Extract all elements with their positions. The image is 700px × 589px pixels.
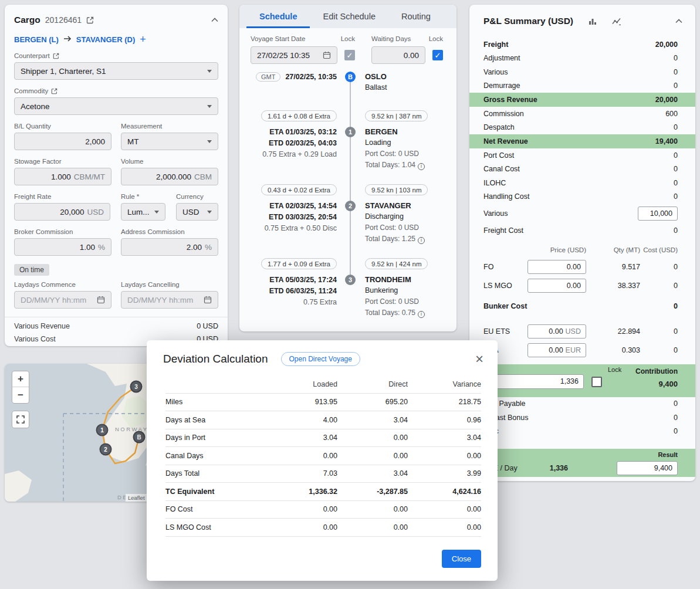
table-row: Days in Port3.040.003.04 (165, 429, 481, 448)
load-port-link[interactable]: BERGEN (L) (14, 35, 59, 44)
stowage-factor-input[interactable]: 1.000 CBM/MT (14, 168, 111, 185)
timeline-leg-row: 1.77 d + 0.09 d Extra 9.52 kn | 424 nm (249, 258, 447, 269)
calendar-icon[interactable] (97, 296, 105, 304)
pnl-row: Freight20,000 (469, 38, 695, 52)
waiting-days-lock-label: Lock (429, 35, 443, 44)
pnl-row: Demurrage0 (469, 79, 695, 93)
contribution-block: 1,336 Lock Contribution 9,400 (469, 364, 695, 397)
port-activity: Loading (365, 137, 447, 148)
broker-commission-input[interactable]: 1.00 % (14, 238, 111, 256)
svg-text:B: B (137, 434, 141, 441)
laydays-cancelling-placeholder: DD/MM/YY hh:mm (127, 296, 193, 304)
leg-duration-chip: 0.43 d + 0.02 d Extra (261, 184, 337, 195)
waiting-days-lock-checkbox[interactable]: ✓ (432, 50, 443, 60)
chevron-down-icon (154, 211, 159, 214)
timezone-chip[interactable]: GMT (256, 72, 280, 82)
contribution-lock-label: Lock (608, 366, 621, 373)
freight-rate-label: Freight Rate (14, 193, 51, 200)
bunker-cost-row: Bunker Cost 0 (469, 297, 695, 315)
result-input[interactable]: 9,400 (617, 461, 678, 475)
result-header: Result (483, 451, 678, 459)
voyage-start-lock-checkbox[interactable]: ✓ (344, 50, 355, 60)
open-cargo-icon[interactable] (86, 16, 94, 24)
table-row-tc-equivalent: TC Equivalent1,336.32-3,287.854,624.16 (165, 483, 481, 501)
counterpart-select[interactable]: Shipper 1, Charterer, S1 (14, 62, 218, 80)
pnl-row: Port Cost0 (469, 148, 695, 163)
contribution-lock-checkbox[interactable] (591, 377, 602, 387)
timeline-port-row: ETA 05/03/25, 17:24 ETD 06/03/25, 11:24 … (249, 275, 447, 319)
port-activity: Bunkering (365, 285, 447, 296)
bl-quantity-label: B/L Quantity (14, 123, 51, 130)
table-row: Canal Days0.000.000.00 (165, 447, 481, 465)
fo-price-input[interactable]: 0.00 (527, 260, 586, 274)
pnl-row: Various0 (469, 65, 695, 79)
laydays-cancelling-input[interactable]: DD/MM/YY hh:mm (121, 291, 218, 309)
rule-select[interactable]: Lum... (121, 203, 165, 221)
close-icon[interactable]: × (475, 353, 483, 365)
volume-label: Volume (121, 158, 143, 165)
map-marker-3: 3 (131, 381, 142, 392)
voyage-estimator-app: Cargo 20126461 BERGEN (L) STAVANGER (D) … (0, 0, 700, 589)
tab-routing[interactable]: Routing (388, 5, 444, 28)
tce-input[interactable]: 1,336 (490, 374, 584, 389)
measurement-select[interactable]: MT (121, 133, 218, 150)
contribution-label: Contribution (635, 367, 678, 375)
svg-text:1: 1 (100, 427, 104, 434)
open-counterpart-icon[interactable] (53, 53, 59, 59)
add-port-icon[interactable]: + (140, 35, 146, 43)
commodity-select[interactable]: Acetone (14, 97, 218, 115)
info-icon[interactable]: i (418, 237, 425, 244)
collapse-cargo-icon[interactable] (211, 18, 218, 22)
port-marker-start[interactable]: B (345, 72, 356, 82)
info-icon[interactable]: i (418, 163, 425, 170)
map-label-norway: NORWAY (115, 426, 148, 432)
pnl-row: Despatch0 (469, 121, 695, 135)
pnl-row: Canal Cost0 (469, 163, 695, 177)
close-button[interactable]: Close (442, 550, 481, 568)
result-block: Result TCE / Day 1,336 9,400 (469, 449, 695, 477)
zoom-in-button[interactable]: + (12, 371, 29, 387)
zoom-out-button[interactable]: − (12, 387, 29, 403)
laydays-commence-label: Laydays Commence (14, 281, 76, 288)
eu-ets-price-input[interactable]: 0.00USD (527, 324, 586, 338)
lsmgo-price-input[interactable]: 0.00 (527, 279, 586, 293)
rule-label: Rule * (121, 193, 139, 200)
calendar-icon[interactable] (204, 296, 212, 304)
pnl-row: Commission600 (469, 107, 695, 121)
port-marker-1[interactable]: 1 (345, 127, 356, 137)
collapse-pnl-icon[interactable] (675, 19, 682, 23)
currency-select[interactable]: USD (176, 203, 218, 221)
info-icon[interactable]: i (418, 311, 425, 318)
address-commission-input[interactable]: 2.00 % (121, 238, 218, 256)
analytics-icon[interactable] (612, 18, 621, 25)
deviation-table-header: Loaded Direct Variance (165, 375, 481, 394)
calendar-icon[interactable] (323, 51, 331, 59)
map-marker-1: 1 (97, 425, 108, 436)
bar-chart-icon[interactable] (589, 17, 597, 25)
port-marker-3[interactable]: 3 (345, 275, 356, 285)
various-cost-input[interactable]: 10,000 (638, 207, 678, 221)
open-commodity-icon[interactable] (51, 88, 58, 94)
waiting-days-label: Waiting Days (371, 35, 411, 44)
waiting-days-input[interactable]: 0.00 (371, 46, 425, 64)
open-direct-voyage-button[interactable]: Open Direct Voyage (281, 352, 360, 366)
address-commission-label: Address Commission (121, 228, 185, 235)
bl-quantity-input[interactable]: 2,000 (14, 133, 111, 150)
laydays-commence-input[interactable]: DD/MM/YY hh:mm (14, 291, 111, 309)
voyage-start-input[interactable]: 27/02/25 10:35 (251, 46, 337, 64)
tab-edit-schedule[interactable]: Edit Schedule (310, 5, 388, 28)
timeline-line (350, 77, 351, 280)
timeline-leg-row: 1.61 d + 0.08 d Extra 9.52 kn | 387 nm (249, 110, 447, 121)
pnl-row: Freight Cost0 (469, 224, 695, 238)
eua-price-input[interactable]: 0.00EUR (527, 343, 586, 357)
fullscreen-button[interactable] (12, 411, 29, 428)
pnl-row: Handling Cost0 (469, 190, 695, 204)
table-row: FO Cost0.000.000.00 (165, 501, 481, 519)
volume-input[interactable]: 2,000.000 CBM (121, 168, 218, 185)
discharge-port-link[interactable]: STAVANGER (D) (76, 35, 135, 44)
map-zoom-control: + − (12, 371, 29, 404)
port-marker-2[interactable]: 2 (345, 201, 356, 211)
freight-rate-input[interactable]: 20,000 USD (14, 203, 110, 221)
table-row: Miles913.95695.20218.75 (165, 394, 481, 412)
tab-schedule[interactable]: Schedule (246, 5, 310, 28)
